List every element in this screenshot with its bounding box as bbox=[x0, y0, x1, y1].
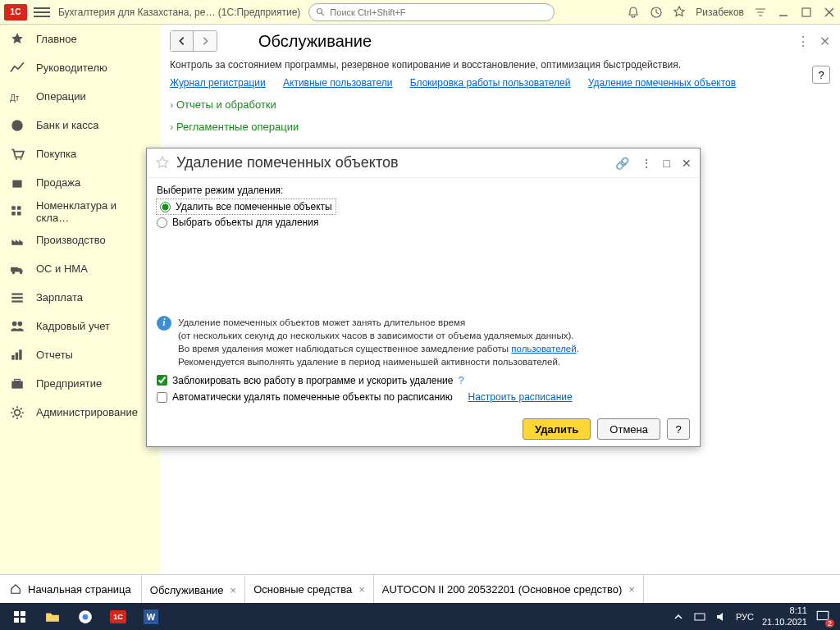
link-icon[interactable]: 🔗 bbox=[615, 157, 629, 170]
sidebar-item-assets[interactable]: ОС и НМА bbox=[0, 254, 160, 283]
maximize-icon[interactable] bbox=[800, 6, 813, 19]
chrome-button[interactable] bbox=[69, 603, 102, 630]
radio-delete-all-input[interactable] bbox=[160, 202, 171, 212]
history-icon[interactable] bbox=[650, 6, 663, 19]
info-line: Во время удаления может наблюдаться суще… bbox=[178, 344, 511, 354]
arrow-left-icon bbox=[176, 35, 188, 47]
search-box[interactable] bbox=[308, 3, 555, 21]
lines-icon bbox=[10, 290, 25, 305]
close-dialog-icon[interactable]: ✕ bbox=[682, 157, 692, 170]
dialog-body: Выберите режим удаления: Удалить все пом… bbox=[147, 178, 700, 412]
tab-autocon[interactable]: AUTOCON II 200 20532201 (Основное средст… bbox=[374, 575, 644, 603]
sidebar-item-reports[interactable]: Отчеты bbox=[0, 340, 160, 369]
star-icon[interactable] bbox=[673, 6, 686, 19]
app-title: Бухгалтерия для Казахстана, ре… (1С:Пред… bbox=[58, 7, 300, 18]
language-indicator[interactable]: РУС bbox=[736, 612, 754, 622]
bell-icon[interactable] bbox=[627, 6, 640, 19]
sidebar-item-salary[interactable]: Зарплата bbox=[0, 283, 160, 312]
tray-up-icon[interactable] bbox=[672, 610, 685, 623]
nav-forward-button[interactable] bbox=[194, 31, 217, 51]
info-icon: i bbox=[157, 316, 171, 331]
radio-select-objects[interactable]: Выбрать объекты для удаления bbox=[157, 214, 690, 231]
coin-icon bbox=[10, 118, 25, 133]
home-icon bbox=[10, 583, 21, 595]
clock[interactable]: 8:11 21.10.2021 bbox=[762, 605, 807, 627]
1c-taskbar-button[interactable]: 1C bbox=[102, 603, 135, 630]
main-menu-icon[interactable] bbox=[34, 7, 50, 17]
sidebar-item-production[interactable]: Производство bbox=[0, 226, 160, 254]
delete-marked-dialog: Удаление помеченных объектов 🔗 ⋮ □ ✕ Выб… bbox=[146, 148, 701, 447]
tree-reports[interactable]: Отчеты и обработки bbox=[160, 94, 840, 116]
tab-label: AUTOCON II 200 20532201 (Основное средст… bbox=[382, 583, 623, 596]
sidebar-item-label: Производство bbox=[36, 234, 106, 246]
svg-rect-19 bbox=[11, 267, 18, 272]
maximize-dialog-icon[interactable]: □ bbox=[664, 157, 670, 170]
tab-maintenance[interactable]: Обслуживание × bbox=[142, 575, 245, 603]
help-button[interactable]: ? bbox=[812, 66, 830, 84]
start-button[interactable] bbox=[3, 603, 36, 630]
svg-rect-36 bbox=[21, 618, 25, 623]
nav-arrows bbox=[170, 30, 217, 52]
dialog-footer: Удалить Отмена ? bbox=[147, 412, 700, 446]
svg-rect-29 bbox=[19, 349, 21, 359]
sidebar-item-company[interactable]: Предприятие bbox=[0, 369, 160, 398]
sidebar-item-purchase[interactable]: Покупка bbox=[0, 139, 160, 168]
schedule-link[interactable]: Настроить расписание bbox=[468, 391, 572, 403]
word-button[interactable]: W bbox=[135, 603, 167, 630]
svg-rect-35 bbox=[14, 618, 19, 623]
check-label: Автоматически удалять помеченные объекты… bbox=[172, 391, 453, 403]
tree-scheduled[interactable]: Регламентные операции bbox=[160, 116, 840, 138]
favorite-star-icon[interactable] bbox=[155, 156, 170, 171]
close-icon[interactable] bbox=[823, 6, 836, 19]
settings-lines-icon[interactable] bbox=[754, 6, 767, 19]
network-icon[interactable] bbox=[693, 610, 706, 623]
sidebar-item-operations[interactable]: ДтОперации bbox=[0, 82, 160, 111]
users-link[interactable]: пользователей bbox=[511, 344, 576, 354]
dialog-help-button[interactable]: ? bbox=[667, 418, 690, 440]
minimize-icon[interactable] bbox=[777, 6, 790, 19]
sidebar-item-admin[interactable]: Администрирование bbox=[0, 398, 160, 427]
sidebar-item-manager[interactable]: Руководителю bbox=[0, 53, 160, 82]
user-label[interactable]: Ризабеков bbox=[696, 7, 744, 18]
nav-back-button[interactable] bbox=[171, 31, 194, 51]
check-auto-delete[interactable]: Автоматически удалять помеченные объекты… bbox=[157, 389, 690, 405]
sidebar-item-main[interactable]: Главное bbox=[0, 25, 160, 53]
tab-close-icon[interactable]: × bbox=[358, 583, 365, 596]
cancel-button[interactable]: Отмена bbox=[597, 418, 660, 440]
help-hint-icon[interactable]: ? bbox=[458, 374, 463, 386]
sidebar-item-label: Отчеты bbox=[36, 349, 73, 361]
link-delete-marked[interactable]: Удаление помеченных объектов bbox=[588, 77, 736, 89]
tab-close-icon[interactable]: × bbox=[628, 583, 635, 596]
check-block-work-input[interactable] bbox=[157, 375, 167, 386]
sidebar-item-sale[interactable]: Продажа bbox=[0, 168, 160, 197]
radio-delete-all[interactable]: Удалить все помеченные объекты bbox=[157, 199, 336, 214]
sidebar-item-label: Руководителю bbox=[36, 62, 107, 74]
delete-button[interactable]: Удалить bbox=[523, 418, 591, 440]
tab-fixed-assets[interactable]: Основные средства × bbox=[245, 575, 374, 603]
check-auto-delete-input[interactable] bbox=[157, 392, 167, 403]
volume-icon[interactable] bbox=[714, 610, 728, 623]
info-text: Удаление помеченных объектов может занят… bbox=[178, 316, 579, 368]
explorer-button[interactable] bbox=[36, 603, 69, 630]
search-input[interactable] bbox=[330, 7, 547, 17]
kebab-icon[interactable]: ⋮ bbox=[797, 34, 810, 49]
star-filled-icon bbox=[10, 32, 25, 47]
kebab-icon[interactable]: ⋮ bbox=[641, 157, 652, 170]
check-label: Заблокировать всю работу в программе и у… bbox=[172, 375, 453, 386]
svg-point-12 bbox=[16, 158, 17, 159]
tab-close-icon[interactable]: × bbox=[231, 584, 237, 596]
sidebar-item-nomenclature[interactable]: Номенклатура и скла… bbox=[0, 197, 160, 226]
close-page-icon[interactable]: ✕ bbox=[819, 34, 830, 49]
link-journal[interactable]: Журнал регистрации bbox=[170, 77, 266, 89]
link-active-users[interactable]: Активные пользователи bbox=[283, 77, 392, 89]
radio-select-objects-input[interactable] bbox=[157, 217, 167, 228]
check-block-work[interactable]: Заблокировать всю работу в программе и у… bbox=[157, 372, 690, 389]
home-tab[interactable]: Начальная страница bbox=[0, 575, 142, 603]
sidebar: Главное Руководителю ДтОперации Банк и к… bbox=[0, 25, 160, 574]
sidebar-item-bank[interactable]: Банк и касса bbox=[0, 111, 160, 139]
svg-point-32 bbox=[15, 409, 21, 415]
notification-badge: 2 bbox=[825, 619, 834, 628]
notifications-button[interactable]: 2 bbox=[815, 609, 832, 625]
link-block-users[interactable]: Блокировка работы пользователей bbox=[410, 77, 571, 89]
sidebar-item-hr[interactable]: Кадровый учет bbox=[0, 312, 160, 340]
